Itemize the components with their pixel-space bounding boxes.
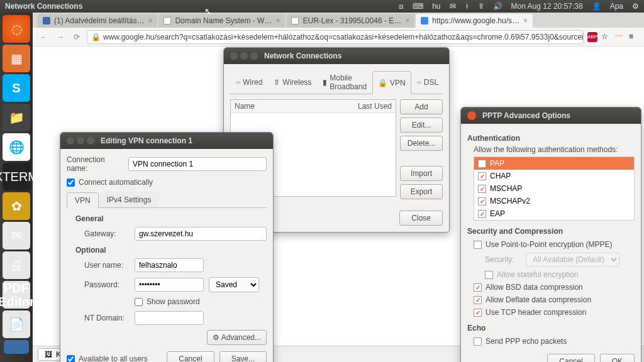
checkbox-icon[interactable] [474, 296, 482, 304]
launcher-item[interactable] [4, 340, 29, 354]
keyboard-icon[interactable]: ⌨ [413, 2, 423, 11]
tab-vpn[interactable]: VPN [67, 192, 99, 208]
browser-tab[interactable]: Domain Name System - W…× [158, 14, 285, 28]
connect-auto-checkbox[interactable]: Connect automatically [67, 178, 267, 187]
checkbox-icon[interactable] [478, 185, 486, 193]
tab-wireless[interactable]: ⥣Wireless [268, 70, 317, 94]
echo-checkbox[interactable]: Send PPP echo packets [474, 335, 635, 348]
ok-button[interactable]: OK [600, 354, 635, 362]
forward-button[interactable]: → [54, 31, 67, 43]
reload-button[interactable]: ⟳ [70, 31, 83, 43]
advanced-button[interactable]: ⚙ Advanced... [207, 330, 267, 345]
launcher-item[interactable]: 🖨 [3, 251, 30, 279]
password-mode-select[interactable]: Saved [209, 277, 259, 292]
checkbox-icon[interactable] [474, 283, 482, 292]
tcp-checkbox[interactable]: Use TCP header compression [474, 306, 635, 319]
keyboard-layout[interactable]: hu [432, 2, 440, 11]
extension-icon[interactable]: 〰 [615, 32, 625, 42]
abp-icon[interactable]: ABP [587, 32, 597, 42]
dropbox-icon[interactable]: ⧈ [399, 2, 404, 11]
maximize-icon[interactable] [87, 137, 94, 145]
close-button[interactable]: Close [399, 211, 443, 226]
available-all-checkbox[interactable]: Available to all users [67, 354, 162, 362]
show-password-checkbox[interactable]: Show password [135, 297, 200, 306]
checkbox-icon[interactable] [474, 309, 482, 317]
tab-dsl[interactable]: ⎓DSL [411, 70, 444, 94]
menu-icon[interactable]: ≡ [629, 32, 639, 42]
checkbox-icon[interactable] [474, 337, 482, 346]
address-bar[interactable]: 🔒www.google.hu/search?q=csatlakozási+kés… [87, 30, 584, 44]
close-icon[interactable]: × [148, 16, 152, 25]
bluetooth-icon[interactable]: ᚼ [465, 2, 469, 11]
back-button[interactable]: ← [38, 31, 50, 43]
mppe-checkbox[interactable]: Use Point-to-Point encryption (MPPE) [474, 238, 635, 251]
launcher-item[interactable]: ✉ [3, 222, 30, 250]
checkbox-icon[interactable] [474, 241, 482, 249]
minimize-icon[interactable] [240, 52, 248, 60]
cancel-button[interactable]: Cancel [547, 354, 594, 362]
launcher-item[interactable]: 📄 [3, 310, 30, 338]
window-title: Network Connections [5, 2, 399, 11]
user-name[interactable]: Apa [610, 2, 623, 11]
password-input[interactable] [135, 278, 204, 292]
username-input[interactable] [135, 258, 204, 272]
close-icon[interactable]: × [405, 16, 409, 25]
tab-ipv4[interactable]: IPv4 Settings [99, 192, 160, 207]
launcher-item[interactable]: ✿ [3, 192, 30, 220]
auth-method-pap[interactable]: PAP [474, 157, 634, 170]
checkbox-icon[interactable] [478, 197, 486, 206]
close-icon[interactable] [67, 137, 74, 145]
tab-wired[interactable]: ⎓Wired [230, 70, 268, 94]
browser-tab[interactable]: EUR-Lex - 31995L0046 - E…× [286, 14, 414, 28]
clock[interactable]: Mon Aug 12 20:57:38 [511, 2, 583, 11]
launcher-files[interactable]: 📁 [3, 104, 30, 131]
close-icon[interactable] [230, 52, 238, 60]
nt-domain-input[interactable] [135, 311, 204, 325]
tab-strip: (1) Adatvédelmi beállítás…× Domain Name … [33, 13, 644, 28]
auth-method-eap[interactable]: EAP [474, 207, 634, 220]
minimize-icon[interactable] [77, 137, 84, 145]
volume-icon[interactable]: 🔊 [493, 2, 502, 11]
launcher-item[interactable]: ▦ [3, 45, 30, 72]
launcher-terminal[interactable]: XTERM [3, 163, 30, 190]
checkbox-icon[interactable] [478, 210, 486, 218]
launcher-chrome[interactable]: 🌐 [3, 133, 30, 161]
maximize-icon[interactable] [250, 52, 258, 60]
gear-icon[interactable]: ⚙ [632, 2, 639, 11]
deflate-checkbox[interactable]: Allow Deflate data compression [474, 293, 635, 306]
dash-icon[interactable]: ◌ [3, 15, 30, 43]
close-icon[interactable]: × [275, 16, 280, 25]
star-icon[interactable]: ☆ [601, 32, 611, 42]
mail-icon[interactable]: ✉ [450, 2, 456, 11]
tab-vpn[interactable]: 🔒VPN [372, 71, 411, 94]
export-button[interactable]: Export [400, 184, 443, 199]
auth-method-mschapv2[interactable]: MSCHAPv2 [474, 195, 634, 207]
network-icon[interactable]: ⥣ [478, 2, 484, 11]
auth-method-chap[interactable]: CHAP [474, 170, 634, 182]
delete-button[interactable]: Delete... [400, 136, 443, 151]
user-icon[interactable]: 👤 [592, 2, 601, 11]
connection-name-input[interactable] [128, 157, 267, 171]
gateway-input[interactable] [135, 227, 267, 241]
toolbar: ← → ⟳ 🔒www.google.hu/search?q=csatlakozá… [33, 28, 644, 47]
browser-tab[interactable]: https://www.google.hu/s…× [416, 14, 533, 28]
bsd-checkbox[interactable]: Allow BSD data compression [474, 281, 635, 293]
tab-mobile[interactable]: ▮Mobile Broadband [317, 70, 372, 94]
titlebar[interactable]: Network Connections [224, 48, 449, 64]
edit-vpn-dialog: Editing VPN connection 1 Connection name… [60, 132, 274, 362]
titlebar[interactable]: PPTP Advanced Options [461, 107, 641, 124]
add-button[interactable]: Add [400, 99, 443, 114]
import-button[interactable]: Import [400, 166, 443, 181]
close-icon[interactable] [467, 111, 476, 120]
checkbox-icon[interactable] [478, 160, 486, 168]
launcher-pdf[interactable]: PDFEditor [3, 281, 30, 309]
edit-button[interactable]: Edit... [400, 118, 443, 133]
launcher-skype[interactable]: S [3, 74, 30, 102]
titlebar[interactable]: Editing VPN connection 1 [60, 133, 273, 149]
auth-method-mschap[interactable]: MSCHAP [474, 182, 634, 195]
save-button[interactable]: Save... [219, 351, 267, 362]
checkbox-icon[interactable] [478, 172, 486, 180]
cancel-button[interactable]: Cancel [167, 351, 214, 362]
close-icon[interactable]: × [523, 16, 528, 25]
browser-tab[interactable]: (1) Adatvédelmi beállítás…× [38, 14, 157, 28]
